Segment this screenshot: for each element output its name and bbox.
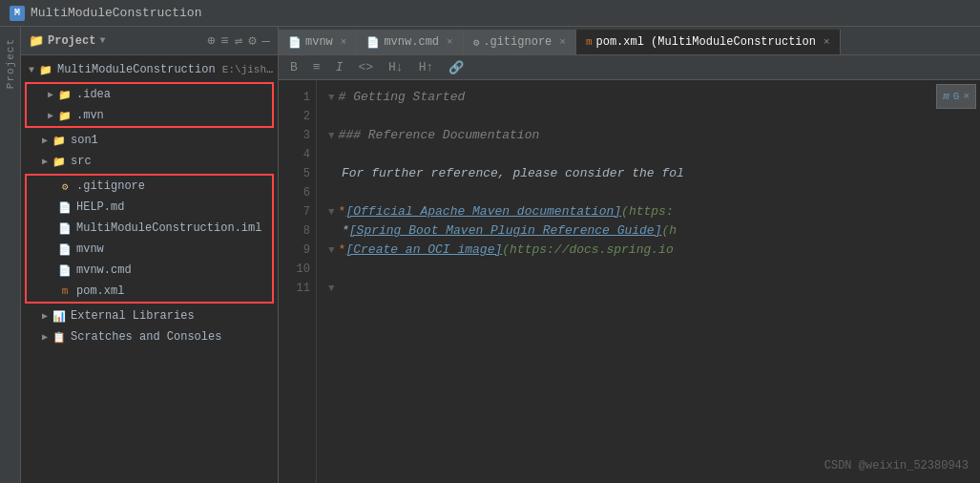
gitignore-icon: ⚙ [57,178,73,194]
editor-area: 📄 mvnw × 📄 mvnw.cmd × ⚙ .gitignore × m p… [279,27,980,483]
code-line-11: ▼ [328,279,969,298]
tree-root[interactable]: ▼ 📁 MultiModuleConstruction E:\jishu\spr… [21,59,278,80]
helpmd-label: HELP.md [76,200,124,214]
line-3-text: ### Reference Documentation [339,126,540,145]
mg-badge-close[interactable]: × [963,87,970,106]
panel-icon-globe[interactable]: ⊕ [207,32,215,49]
son1-expand-arrow: ▶ [38,135,52,146]
corner-badge: CSDN @weixin_52380943 [824,456,969,475]
toolbar-italic[interactable]: I [332,58,347,76]
toolbar-h-lower[interactable]: H↓ [385,58,407,76]
line-8-pre: * [342,221,349,241]
tab-pomxml[interactable]: m pom.xml (MultiModuleConstruction × [576,30,841,54]
idea-label: .idea [76,88,111,101]
panel-header-left: 📁 Project ▼ [29,33,105,49]
line-7-bullet: * [339,202,346,221]
line-8-link[interactable]: [Spring Boot Maven Plugin Reference Guid… [349,221,662,241]
left-strip: Project [0,27,21,483]
tree-item-src[interactable]: ▶ 📁 src [21,151,278,172]
root-label: MultiModuleConstruction E:\jishu\springb… [57,63,274,76]
mg-badge-label: m [943,87,949,106]
idea-mvn-group: ▶ 📁 .idea ▶ 📁 .mvn [25,82,274,128]
fold-marker-7[interactable]: ▼ [328,202,335,221]
tree-item-mvnw[interactable]: 📄 mvnw [27,239,272,260]
files-group: ⚙ .gitignore 📄 HELP.md 📄 MultiModuleCons… [25,174,274,304]
toolbar-link[interactable]: 🔗 [445,58,468,77]
code-line-1: ▼ # Getting Started [328,88,969,107]
main-area: Project 📁 Project ▼ ⊕ ≡ ⇌ ⚙ — ▼ 📁 [0,27,980,483]
fold-marker-9[interactable]: ▼ [328,241,335,260]
src-folder-icon: 📁 [52,154,67,169]
code-line-4 [328,145,969,164]
toolbar-bold[interactable]: B [286,58,302,76]
panel-dropdown-arrow[interactable]: ▼ [99,35,105,46]
scratches-arrow: ▶ [38,331,52,343]
scratches-label: Scratches and Consoles [71,330,221,344]
iml-label: MultiModuleConstruction.iml [76,221,261,235]
tab-mvnw-icon: 📄 [288,36,302,49]
pomxml-label: pom.xml [76,284,124,298]
panel-header-icons: ⊕ ≡ ⇌ ⚙ — [207,32,270,49]
tree-item-idea[interactable]: ▶ 📁 .idea [27,84,272,105]
root-folder-icon: 📁 [38,62,53,77]
fold-marker-1[interactable]: ▼ [328,88,335,107]
mvnwcmd-label: mvnw.cmd [76,263,132,277]
toolbar-h-upper[interactable]: H↑ [415,58,438,76]
tab-mvnw-label: mvnw [305,35,333,49]
code-area[interactable]: ▼ # Getting Started ▼ ### Reference Docu… [317,80,980,483]
code-line-2 [328,107,969,126]
tree-item-iml[interactable]: 📄 MultiModuleConstruction.iml [27,218,272,239]
ext-libs-arrow: ▶ [38,310,52,322]
ext-libs-icon: 📊 [52,308,67,324]
son1-label: son1 [71,134,98,147]
src-label: src [71,155,92,168]
line-numbers: 1 2 3 4 5 6 7 8 9 10 11 [279,80,317,483]
tree-item-helpmd[interactable]: 📄 HELP.md [27,197,272,218]
tree-item-pomxml[interactable]: m pom.xml [27,281,272,302]
app-icon: M [10,6,25,21]
tab-pomxml-label: pom.xml (MultiModuleConstruction [596,35,816,49]
panel-icon-settings[interactable]: ⚙ [248,32,256,49]
panel-title: Project [48,34,95,48]
toolbar-code[interactable]: <> [354,58,377,76]
mvnwcmd-icon: 📄 [57,262,73,278]
toolbar-list[interactable]: ≡ [309,58,324,76]
code-line-9: ▼ * [Create an OCI image] (https://docs.… [328,241,969,260]
code-line-6 [328,183,969,202]
tab-mvnw-close[interactable]: × [341,36,347,48]
tab-mvnwcmd-icon: 📄 [366,36,380,49]
mg-badge: m G × [936,84,976,109]
tab-pomxml-close[interactable]: × [824,36,830,48]
tab-mvnwcmd-label: mvnw.cmd [384,35,439,49]
line-7-link[interactable]: [Official Apache Maven documentation] [345,202,621,221]
tab-mvnw[interactable]: 📄 mvnw × [279,30,357,54]
code-line-8: * [Spring Boot Maven Plugin Reference Gu… [328,221,969,241]
code-line-7: ▼ * [Official Apache Maven documentation… [328,202,969,221]
tab-mvnwcmd-close[interactable]: × [447,36,453,48]
line-9-link[interactable]: [Create an OCI image] [345,241,502,260]
idea-expand-arrow: ▶ [44,89,57,100]
fold-marker-3[interactable]: ▼ [328,126,335,145]
tab-mvnwcmd[interactable]: 📄 mvnw.cmd × [357,30,463,54]
tree-item-mvnwcmd[interactable]: 📄 mvnw.cmd [27,260,272,281]
panel-icon-list[interactable]: ≡ [220,33,228,49]
tab-gitignore[interactable]: ⚙ .gitignore × [464,30,576,54]
idea-folder-icon: 📁 [57,87,73,102]
project-tree: ▼ 📁 MultiModuleConstruction E:\jishu\spr… [21,55,278,483]
panel-icon-hide[interactable]: — [262,33,270,49]
tree-item-external-libs[interactable]: ▶ 📊 External Libraries [21,305,278,326]
line-9-bullet: * [339,241,346,260]
mvn-folder-icon: 📁 [57,108,73,123]
code-line-10 [328,260,969,279]
ext-libs-label: External Libraries [71,309,195,323]
panel-icon-split[interactable]: ⇌ [235,32,242,49]
tree-item-mvn[interactable]: ▶ 📁 .mvn [27,105,272,126]
fold-marker-11[interactable]: ▼ [328,279,335,298]
tab-gitignore-close[interactable]: × [559,36,566,48]
project-strip-label[interactable]: Project [5,38,16,89]
code-line-5: For further reference, please consider t… [328,164,969,183]
tree-item-scratches[interactable]: ▶ 📋 Scratches and Consoles [21,326,278,347]
tree-item-son1[interactable]: ▶ 📁 son1 [21,130,278,151]
title-bar: M MultiModuleConstruction [0,0,980,27]
tree-item-gitignore[interactable]: ⚙ .gitignore [27,176,272,197]
